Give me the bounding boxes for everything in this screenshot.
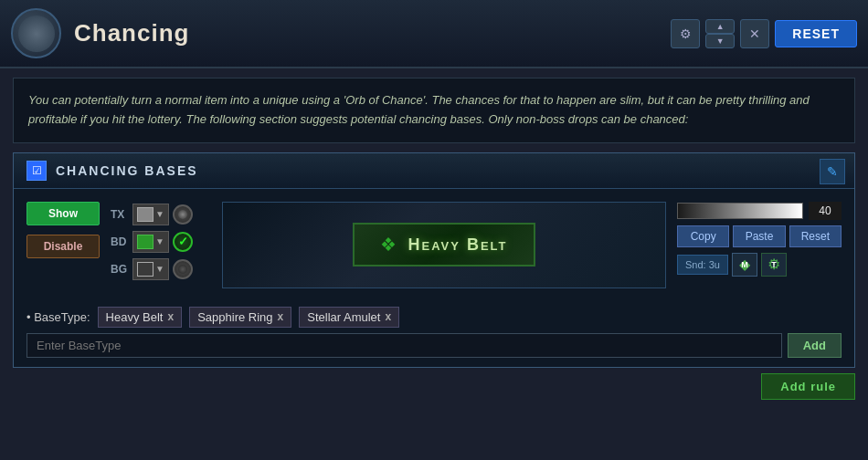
bg-color-select[interactable]: ▼ bbox=[132, 258, 169, 280]
bg-circle-icon bbox=[173, 259, 193, 279]
bd-color-select[interactable]: ▼ bbox=[132, 231, 169, 253]
footer-bar: Add rule bbox=[13, 373, 855, 400]
top-bar: Chancing ⚙ ▲ ▼ ✕ RESET bbox=[0, 0, 868, 68]
heavy-belt-remove[interactable]: x bbox=[167, 310, 174, 323]
chevron-up-icon[interactable]: ▲ bbox=[705, 19, 735, 34]
page-title: Chancing bbox=[74, 19, 189, 47]
tx-color-swatch bbox=[137, 207, 153, 222]
right-controls: 40 Copy Paste Reset Snd: 3u ◆ M ⚙ T bbox=[677, 202, 842, 288]
tx-dropdown-arrow: ▼ bbox=[155, 209, 164, 219]
section-title: CHANCING BASES bbox=[56, 163, 198, 178]
bg-label: BG bbox=[111, 263, 129, 276]
paste-button[interactable]: Paste bbox=[733, 225, 785, 247]
opacity-bar[interactable] bbox=[677, 203, 803, 219]
sapphire-ring-tag: Sapphire Ring x bbox=[189, 307, 291, 328]
edit-icon: ✎ bbox=[827, 164, 838, 179]
chevron-down-icon[interactable]: ▼ bbox=[705, 34, 735, 48]
chancing-bases-section: ☑ CHANCING BASES ✎ Show Disable TX ▼ bbox=[13, 152, 855, 368]
reset-button[interactable]: RESET bbox=[775, 20, 857, 47]
item-preview: ❖ Heavy Belt bbox=[353, 223, 535, 267]
checkmark-icon: ✓ bbox=[178, 235, 188, 248]
gear-icon[interactable]: ⚙ bbox=[671, 19, 700, 48]
item-diamond-icon: ❖ bbox=[380, 234, 397, 256]
item-preview-area: ❖ Heavy Belt bbox=[222, 202, 666, 288]
sound-row: Snd: 3u ◆ M ⚙ T bbox=[677, 253, 842, 277]
action-buttons: Copy Paste Reset bbox=[677, 225, 842, 247]
item-name: Heavy Belt bbox=[408, 235, 507, 255]
copy-button[interactable]: Copy bbox=[677, 225, 729, 247]
avatar bbox=[11, 8, 61, 58]
section-icon: ☑ bbox=[26, 161, 47, 181]
sapphire-ring-remove[interactable]: x bbox=[278, 310, 284, 323]
header-controls: ⚙ ▲ ▼ ✕ RESET bbox=[671, 19, 857, 48]
opacity-row: 40 bbox=[677, 202, 842, 220]
sapphire-ring-tag-name: Sapphire Ring bbox=[197, 310, 272, 324]
tx-row: TX ▼ bbox=[111, 202, 211, 227]
disable-button[interactable]: Disable bbox=[26, 235, 100, 258]
edit-button[interactable]: ✎ bbox=[820, 159, 845, 184]
stellar-amulet-remove[interactable]: x bbox=[385, 310, 391, 323]
basetype-section: • BaseType: Heavy Belt x Sapphire Ring x… bbox=[14, 301, 854, 367]
enter-input-row: Add bbox=[26, 333, 842, 358]
show-button[interactable]: Show bbox=[26, 202, 100, 225]
bd-label: BD bbox=[111, 235, 129, 248]
tx-label: TX bbox=[111, 208, 129, 221]
add-button[interactable]: Add bbox=[788, 333, 842, 358]
bd-check-icon: ✓ bbox=[173, 232, 193, 252]
basetype-tags-row: • BaseType: Heavy Belt x Sapphire Ring x… bbox=[26, 307, 842, 328]
left-controls: Show Disable bbox=[26, 202, 100, 288]
description-box: You can potentially turn a normal item i… bbox=[13, 78, 855, 143]
basetype-input[interactable] bbox=[26, 333, 782, 358]
bg-row: BG ▼ bbox=[111, 256, 211, 282]
description-text: You can potentially turn a normal item i… bbox=[28, 93, 810, 126]
tx-color-select[interactable]: ▼ bbox=[132, 204, 169, 225]
basetype-label: • BaseType: bbox=[26, 310, 90, 324]
stellar-amulet-tag-name: Stellar Amulet bbox=[307, 310, 380, 324]
t-button[interactable]: ⚙ T bbox=[761, 253, 787, 277]
close-icon[interactable]: ✕ bbox=[740, 19, 769, 48]
bg-color-swatch bbox=[137, 262, 153, 277]
color-rows: TX ▼ BD ▼ ✓ bbox=[111, 202, 211, 288]
bd-dropdown-arrow: ▼ bbox=[155, 236, 164, 246]
bd-row: BD ▼ ✓ bbox=[111, 229, 211, 255]
bd-color-swatch bbox=[137, 235, 153, 249]
section-header: ☑ CHANCING BASES ✎ bbox=[14, 153, 854, 189]
add-rule-button[interactable]: Add rule bbox=[761, 373, 855, 400]
heavy-belt-tag-name: Heavy Belt bbox=[106, 310, 164, 324]
snd-button[interactable]: Snd: 3u bbox=[677, 255, 728, 275]
stellar-amulet-tag: Stellar Amulet x bbox=[299, 307, 399, 328]
bases-content: Show Disable TX ▼ BD bbox=[14, 189, 854, 301]
main-content: You can potentially turn a normal item i… bbox=[0, 78, 868, 400]
bg-dropdown-arrow: ▼ bbox=[155, 264, 164, 274]
opacity-input[interactable]: 40 bbox=[809, 202, 842, 220]
tx-circle-icon bbox=[173, 204, 193, 225]
reset-small-button[interactable]: Reset bbox=[789, 225, 842, 247]
heavy-belt-tag: Heavy Belt x bbox=[98, 307, 183, 328]
m-label: M bbox=[741, 260, 748, 269]
t-label: T bbox=[771, 260, 777, 269]
m-button[interactable]: ◆ M bbox=[732, 253, 757, 277]
